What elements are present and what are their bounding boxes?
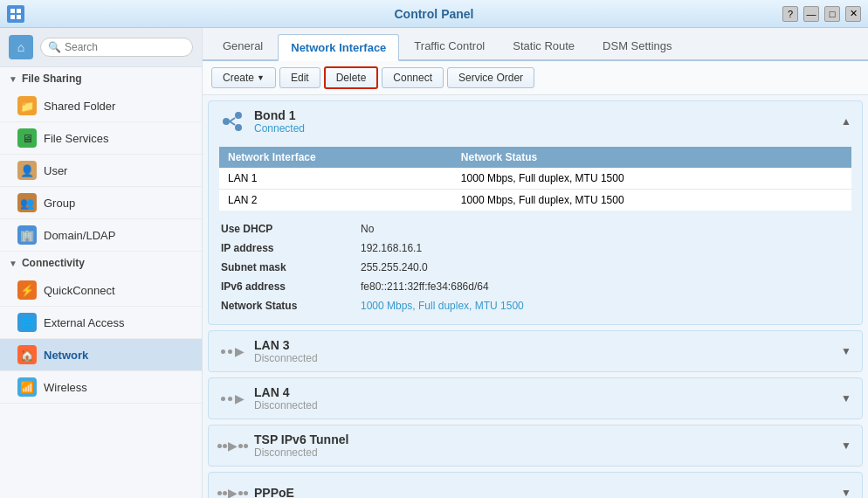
lan3-name: LAN 3 — [254, 338, 841, 352]
sidebar: ⌂ 🔍 ▼ File Sharing 📁 Shared Folder 🖥 Fil… — [0, 28, 203, 498]
quickconnect-icon: ⚡ — [17, 280, 37, 300]
tsp-name: TSP IPv6 Tunnel — [254, 432, 841, 446]
dropdown-arrow-icon: ▼ — [257, 73, 265, 82]
lan4-header[interactable]: ▶ LAN 4 Disconnected ▼ — [209, 378, 862, 418]
chevron-icon: ▼ — [9, 259, 17, 268]
window-controls: ? — □ ✕ — [782, 6, 861, 22]
search-box[interactable]: 🔍 — [40, 38, 193, 57]
tsp-icon: ▶ — [219, 432, 245, 459]
sidebar-item-domain-ldap[interactable]: 🏢 Domain/LDAP — [0, 219, 202, 252]
table-row: LAN 2 1000 Mbps, Full duplex, MTU 1500 — [219, 190, 851, 211]
chevron-icon: ▼ — [9, 74, 17, 84]
tab-static-route[interactable]: Static Route — [499, 32, 588, 59]
create-button[interactable]: Create ▼ — [211, 67, 276, 88]
tab-general[interactable]: General — [210, 32, 276, 59]
service-order-button[interactable]: Service Order — [447, 67, 534, 88]
lan4-name: LAN 4 — [254, 385, 841, 399]
lan4-info: LAN 4 Disconnected — [254, 385, 841, 412]
detail-label: Use DHCP — [221, 223, 361, 235]
sidebar-item-group[interactable]: 👥 Group — [0, 187, 202, 219]
sidebar-item-label: QuickConnect — [44, 284, 115, 297]
bond1-name: Bond 1 — [254, 108, 841, 122]
user-icon: 👤 — [17, 161, 37, 180]
svg-point-5 — [235, 112, 242, 119]
bond1-header[interactable]: Bond 1 Connected ▲ — [209, 101, 862, 142]
tsp-status: Disconnected — [254, 446, 841, 459]
collapse-icon: ▲ — [841, 115, 851, 128]
col-network-status: Network Status — [452, 147, 851, 168]
tab-dsm-settings[interactable]: DSM Settings — [589, 32, 685, 59]
file-services-icon: 🖥 — [17, 128, 37, 148]
section-connectivity[interactable]: ▼ Connectivity — [0, 252, 202, 274]
svg-rect-1 — [17, 9, 21, 13]
delete-button[interactable]: Delete — [324, 66, 379, 89]
edit-button[interactable]: Edit — [279, 67, 320, 88]
lan3-icon: ▶ — [219, 338, 245, 364]
content-area: General Network Interface Traffic Contro… — [203, 28, 868, 498]
bond-icon — [219, 108, 245, 135]
sidebar-item-wireless[interactable]: 📶 Wireless — [0, 371, 202, 404]
bond1-details: Network Interface Network Status LAN 1 1… — [209, 142, 862, 324]
sidebar-item-file-services[interactable]: 🖥 File Services — [0, 122, 202, 155]
detail-label: IP address — [221, 242, 361, 254]
svg-rect-3 — [17, 15, 21, 19]
window-title: Control Panel — [394, 7, 473, 21]
expand-icon: ▼ — [841, 345, 851, 357]
expand-icon: ▼ — [841, 487, 851, 498]
search-input[interactable] — [65, 41, 185, 53]
sidebar-item-label: Domain/LDAP — [44, 229, 115, 242]
bond1-status: Connected — [254, 122, 841, 135]
close-button[interactable]: ✕ — [845, 6, 861, 22]
sidebar-item-quickconnect[interactable]: ⚡ QuickConnect — [0, 274, 202, 307]
sidebar-item-label: User — [44, 164, 67, 177]
sidebar-item-network[interactable]: 🏠 Network — [0, 339, 202, 371]
interface-table: Network Interface Network Status LAN 1 1… — [219, 147, 851, 211]
sidebar-item-label: Wireless — [44, 381, 87, 394]
sidebar-item-external-access[interactable]: 🌐 External Access — [0, 307, 202, 339]
network-icon: 🏠 — [17, 345, 37, 364]
tsp-header[interactable]: ▶ TSP IPv6 Tunnel Disconnected ▼ — [209, 425, 862, 466]
maximize-button[interactable]: □ — [824, 6, 840, 22]
group-icon: 👥 — [17, 193, 37, 212]
network-content: Bond 1 Connected ▲ Network Interface Net… — [203, 95, 868, 498]
col-network-interface: Network Interface — [219, 147, 452, 168]
sidebar-item-label: Network — [44, 349, 88, 362]
sidebar-item-user[interactable]: 👤 User — [0, 155, 202, 187]
svg-point-4 — [223, 118, 230, 125]
bond1-info: Bond 1 Connected — [254, 108, 841, 135]
sidebar-item-shared-folder[interactable]: 📁 Shared Folder — [0, 90, 202, 122]
detail-network-status: Network Status 1000 Mbps, Full duplex, M… — [219, 296, 851, 315]
detail-dhcp: Use DHCP No — [219, 219, 851, 239]
pppoe-header[interactable]: ▶ PPPoE ▼ — [209, 473, 862, 498]
detail-label: Network Status — [221, 300, 361, 312]
network-card-tsp: ▶ TSP IPv6 Tunnel Disconnected ▼ — [208, 425, 863, 467]
wireless-icon: 📶 — [17, 377, 37, 397]
sidebar-home: ⌂ 🔍 — [0, 28, 202, 67]
network-card-lan3: ▶ LAN 3 Disconnected ▼ — [208, 330, 863, 372]
lan3-header[interactable]: ▶ LAN 3 Disconnected ▼ — [209, 331, 862, 371]
help-button[interactable]: ? — [782, 6, 798, 22]
sidebar-item-label: Group — [44, 197, 75, 210]
expand-icon: ▼ — [841, 439, 851, 452]
home-icon[interactable]: ⌂ — [9, 35, 33, 59]
minimize-button[interactable]: — — [803, 6, 819, 22]
lan3-status: Disconnected — [254, 352, 841, 364]
interface-name: LAN 1 — [219, 168, 452, 190]
detail-value: 1000 Mbps, Full duplex, MTU 1500 — [361, 300, 524, 312]
external-access-icon: 🌐 — [17, 313, 37, 332]
toolbar: Create ▼ Edit Delete Connect Service Ord… — [203, 61, 868, 95]
shared-folder-icon: 📁 — [17, 96, 37, 115]
tab-traffic-control[interactable]: Traffic Control — [401, 32, 498, 59]
pppoe-icon: ▶ — [219, 480, 245, 498]
search-icon: 🔍 — [48, 41, 61, 53]
svg-rect-0 — [10, 9, 15, 13]
interface-status: 1000 Mbps, Full duplex, MTU 1500 — [452, 190, 851, 211]
connect-button[interactable]: Connect — [382, 67, 444, 88]
section-file-sharing[interactable]: ▼ File Sharing — [0, 67, 202, 90]
detail-value: fe80::211:32ff:fe34:686d/64 — [361, 280, 489, 293]
detail-ipv6: IPv6 address fe80::211:32ff:fe34:686d/64 — [219, 277, 851, 296]
sidebar-item-label: External Access — [44, 316, 125, 329]
section-label: Connectivity — [22, 257, 85, 269]
tab-network-interface[interactable]: Network Interface — [278, 34, 399, 61]
tsp-info: TSP IPv6 Tunnel Disconnected — [254, 432, 841, 459]
